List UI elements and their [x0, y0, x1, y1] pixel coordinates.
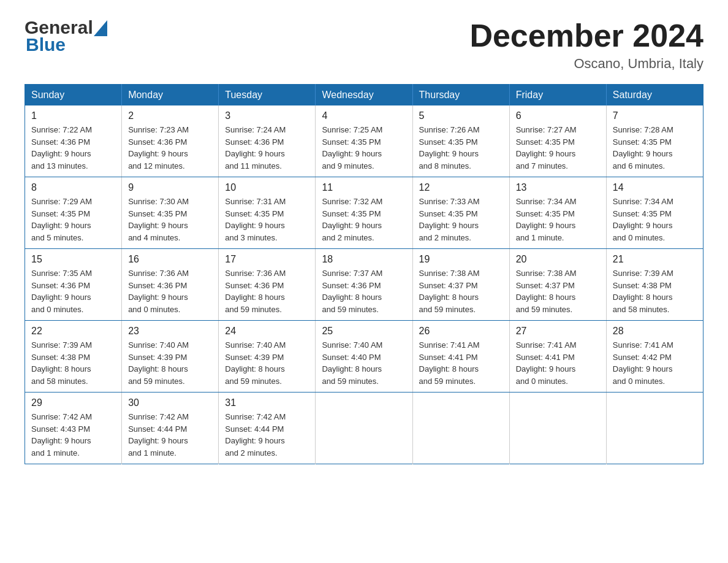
day-info: Sunrise: 7:24 AMSunset: 4:36 PMDaylight:…	[225, 124, 309, 172]
day-info: Sunrise: 7:42 AMSunset: 4:43 PMDaylight:…	[31, 411, 115, 459]
day-info: Sunrise: 7:29 AMSunset: 4:35 PMDaylight:…	[31, 196, 115, 243]
calendar-table: SundayMondayTuesdayWednesdayThursdayFrid…	[25, 84, 703, 464]
day-number: 13	[516, 182, 600, 193]
day-info: Sunrise: 7:25 AMSunset: 4:35 PMDaylight:…	[322, 124, 406, 172]
day-info: Sunrise: 7:41 AMSunset: 4:42 PMDaylight:…	[613, 339, 697, 387]
calendar-cell: 19Sunrise: 7:38 AMSunset: 4:37 PMDayligh…	[412, 249, 509, 321]
day-info: Sunrise: 7:42 AMSunset: 4:44 PMDaylight:…	[225, 411, 309, 459]
day-number: 9	[128, 182, 212, 193]
weekday-header-friday: Friday	[509, 85, 606, 106]
day-info: Sunrise: 7:22 AMSunset: 4:36 PMDaylight:…	[31, 124, 115, 172]
calendar-cell: 16Sunrise: 7:36 AMSunset: 4:36 PMDayligh…	[122, 249, 219, 321]
day-info: Sunrise: 7:38 AMSunset: 4:37 PMDaylight:…	[516, 267, 600, 315]
day-info: Sunrise: 7:37 AMSunset: 4:36 PMDaylight:…	[322, 267, 406, 315]
calendar-cell: 20Sunrise: 7:38 AMSunset: 4:37 PMDayligh…	[509, 249, 606, 321]
day-number: 22	[31, 326, 115, 337]
day-info: Sunrise: 7:41 AMSunset: 4:41 PMDaylight:…	[516, 339, 600, 387]
day-info: Sunrise: 7:40 AMSunset: 4:39 PMDaylight:…	[128, 339, 212, 387]
day-info: Sunrise: 7:39 AMSunset: 4:38 PMDaylight:…	[31, 339, 115, 387]
day-number: 17	[225, 254, 309, 265]
day-number: 8	[31, 182, 115, 193]
logo: General Blue	[25, 18, 107, 55]
day-number: 15	[31, 254, 115, 265]
calendar-cell: 26Sunrise: 7:41 AMSunset: 4:41 PMDayligh…	[412, 321, 509, 393]
day-info: Sunrise: 7:36 AMSunset: 4:36 PMDaylight:…	[128, 267, 212, 315]
day-number: 2	[128, 110, 212, 121]
calendar-cell: 10Sunrise: 7:31 AMSunset: 4:35 PMDayligh…	[219, 177, 316, 249]
calendar-cell	[316, 393, 412, 464]
calendar-cell: 3Sunrise: 7:24 AMSunset: 4:36 PMDaylight…	[219, 105, 316, 177]
day-info: Sunrise: 7:40 AMSunset: 4:39 PMDaylight:…	[225, 339, 309, 387]
calendar-cell: 23Sunrise: 7:40 AMSunset: 4:39 PMDayligh…	[122, 321, 219, 393]
day-info: Sunrise: 7:39 AMSunset: 4:38 PMDaylight:…	[613, 267, 697, 315]
calendar-cell: 9Sunrise: 7:30 AMSunset: 4:35 PMDaylight…	[122, 177, 219, 249]
day-info: Sunrise: 7:30 AMSunset: 4:35 PMDaylight:…	[128, 196, 212, 243]
calendar-cell: 6Sunrise: 7:27 AMSunset: 4:35 PMDaylight…	[509, 105, 606, 177]
calendar-week-row-2: 8Sunrise: 7:29 AMSunset: 4:35 PMDaylight…	[25, 177, 703, 249]
weekday-header-thursday: Thursday	[412, 85, 509, 106]
day-info: Sunrise: 7:31 AMSunset: 4:35 PMDaylight:…	[225, 196, 309, 243]
day-number: 27	[516, 326, 600, 337]
calendar-cell: 13Sunrise: 7:34 AMSunset: 4:35 PMDayligh…	[509, 177, 606, 249]
calendar-cell: 25Sunrise: 7:40 AMSunset: 4:40 PMDayligh…	[316, 321, 412, 393]
calendar-cell: 4Sunrise: 7:25 AMSunset: 4:35 PMDaylight…	[316, 105, 412, 177]
day-number: 24	[225, 326, 309, 337]
calendar-cell: 5Sunrise: 7:26 AMSunset: 4:35 PMDaylight…	[412, 105, 509, 177]
calendar-cell: 31Sunrise: 7:42 AMSunset: 4:44 PMDayligh…	[219, 393, 316, 464]
weekday-header-tuesday: Tuesday	[219, 85, 316, 106]
day-number: 11	[322, 182, 406, 193]
calendar-cell: 11Sunrise: 7:32 AMSunset: 4:35 PMDayligh…	[316, 177, 412, 249]
calendar-cell: 30Sunrise: 7:42 AMSunset: 4:44 PMDayligh…	[122, 393, 219, 464]
day-number: 10	[225, 182, 309, 193]
calendar-cell: 8Sunrise: 7:29 AMSunset: 4:35 PMDaylight…	[25, 177, 122, 249]
day-info: Sunrise: 7:28 AMSunset: 4:35 PMDaylight:…	[613, 124, 697, 172]
day-number: 21	[613, 254, 697, 265]
page-header: General Blue December 2024 Oscano, Umbri…	[25, 18, 703, 72]
day-number: 6	[516, 110, 600, 121]
calendar-cell: 22Sunrise: 7:39 AMSunset: 4:38 PMDayligh…	[25, 321, 122, 393]
day-number: 3	[225, 110, 309, 121]
day-number: 7	[613, 110, 697, 121]
calendar-cell: 27Sunrise: 7:41 AMSunset: 4:41 PMDayligh…	[509, 321, 606, 393]
day-number: 29	[31, 397, 115, 408]
day-number: 4	[322, 110, 406, 121]
calendar-cell: 12Sunrise: 7:33 AMSunset: 4:35 PMDayligh…	[412, 177, 509, 249]
day-info: Sunrise: 7:26 AMSunset: 4:35 PMDaylight:…	[419, 124, 503, 172]
calendar-cell: 29Sunrise: 7:42 AMSunset: 4:43 PMDayligh…	[25, 393, 122, 464]
calendar-cell: 24Sunrise: 7:40 AMSunset: 4:39 PMDayligh…	[219, 321, 316, 393]
weekday-header-row: SundayMondayTuesdayWednesdayThursdayFrid…	[25, 85, 703, 106]
day-number: 16	[128, 254, 212, 265]
day-info: Sunrise: 7:36 AMSunset: 4:36 PMDaylight:…	[225, 267, 309, 315]
logo-blue-text: Blue	[26, 34, 66, 55]
weekday-header-saturday: Saturday	[606, 85, 703, 106]
calendar-week-row-5: 29Sunrise: 7:42 AMSunset: 4:43 PMDayligh…	[25, 393, 703, 464]
day-number: 19	[419, 254, 503, 265]
calendar-cell: 21Sunrise: 7:39 AMSunset: 4:38 PMDayligh…	[606, 249, 703, 321]
day-number: 25	[322, 326, 406, 337]
day-info: Sunrise: 7:34 AMSunset: 4:35 PMDaylight:…	[516, 196, 600, 243]
day-number: 12	[419, 182, 503, 193]
day-number: 30	[128, 397, 212, 408]
calendar-title-area: December 2024 Oscano, Umbria, Italy	[469, 18, 703, 72]
calendar-cell: 14Sunrise: 7:34 AMSunset: 4:35 PMDayligh…	[606, 177, 703, 249]
day-number: 20	[516, 254, 600, 265]
calendar-week-row-4: 22Sunrise: 7:39 AMSunset: 4:38 PMDayligh…	[25, 321, 703, 393]
day-info: Sunrise: 7:40 AMSunset: 4:40 PMDaylight:…	[322, 339, 406, 387]
calendar-cell: 28Sunrise: 7:41 AMSunset: 4:42 PMDayligh…	[606, 321, 703, 393]
day-info: Sunrise: 7:23 AMSunset: 4:36 PMDaylight:…	[128, 124, 212, 172]
day-number: 1	[31, 110, 115, 121]
calendar-week-row-3: 15Sunrise: 7:35 AMSunset: 4:36 PMDayligh…	[25, 249, 703, 321]
day-number: 26	[419, 326, 503, 337]
calendar-cell	[606, 393, 703, 464]
day-info: Sunrise: 7:32 AMSunset: 4:35 PMDaylight:…	[322, 196, 406, 243]
day-info: Sunrise: 7:33 AMSunset: 4:35 PMDaylight:…	[419, 196, 503, 243]
day-info: Sunrise: 7:35 AMSunset: 4:36 PMDaylight:…	[31, 267, 115, 315]
calendar-cell: 18Sunrise: 7:37 AMSunset: 4:36 PMDayligh…	[316, 249, 412, 321]
calendar-cell	[509, 393, 606, 464]
day-info: Sunrise: 7:38 AMSunset: 4:37 PMDaylight:…	[419, 267, 503, 315]
day-info: Sunrise: 7:41 AMSunset: 4:41 PMDaylight:…	[419, 339, 503, 387]
calendar-cell	[412, 393, 509, 464]
calendar-cell: 17Sunrise: 7:36 AMSunset: 4:36 PMDayligh…	[219, 249, 316, 321]
weekday-header-wednesday: Wednesday	[316, 85, 412, 106]
day-number: 18	[322, 254, 406, 265]
